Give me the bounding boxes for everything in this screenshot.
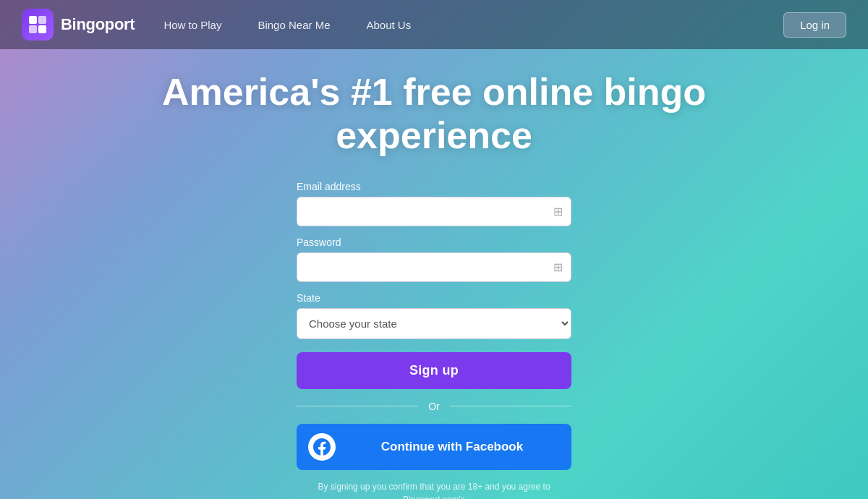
bingoport-logo-svg (27, 14, 48, 35)
navbar: Bingoport How to Play Bingo Near Me Abou… (0, 0, 868, 49)
svg-rect-3 (38, 25, 46, 33)
email-input-wrapper: ⊞ (297, 197, 571, 226)
or-text: Or (428, 401, 440, 412)
nav-how-to-play[interactable]: How to Play (163, 19, 221, 31)
password-input[interactable] (297, 252, 571, 282)
login-button[interactable]: Log in (783, 12, 846, 38)
or-divider: Or (297, 401, 571, 412)
terms-text: By signing up you confirm that you are 1… (297, 480, 571, 499)
state-select[interactable]: Choose your stateAlabamaAlaskaArizonaArk… (297, 308, 571, 339)
signup-button[interactable]: Sign up (297, 352, 571, 389)
facebook-icon-circle (308, 433, 336, 461)
nav-links: How to Play Bingo Near Me About Us (163, 19, 411, 31)
email-label: Email address (297, 181, 571, 192)
password-label: Password (297, 236, 571, 248)
logo-icon (22, 9, 54, 40)
nav-about-us[interactable]: About Us (367, 19, 412, 31)
divider-line-left (297, 406, 418, 406)
svg-rect-2 (29, 25, 37, 33)
password-input-wrapper: ⊞ (297, 252, 571, 282)
svg-rect-0 (29, 16, 37, 24)
terms-static-text: By signing up you confirm that you are 1… (318, 482, 550, 499)
hero-title: America's #1 free online bingo experienc… (109, 71, 760, 158)
facebook-icon (313, 438, 331, 456)
state-label: State (297, 292, 571, 304)
divider-line-right (450, 406, 571, 406)
facebook-button[interactable]: Continue with Facebook (297, 424, 571, 470)
main-content: America's #1 free online bingo experienc… (0, 49, 868, 499)
logo-text: Bingoport (61, 15, 135, 34)
svg-rect-1 (38, 16, 46, 24)
email-icon: ⊞ (553, 205, 563, 218)
signup-form: Email address ⊞ Password ⊞ State Choose … (297, 181, 571, 499)
facebook-button-label: Continue with Facebook (344, 440, 560, 454)
logo[interactable]: Bingoport (22, 9, 135, 40)
password-icon: ⊞ (553, 260, 563, 274)
nav-bingo-near-me[interactable]: Bingo Near Me (258, 19, 330, 31)
email-input[interactable] (297, 197, 571, 226)
